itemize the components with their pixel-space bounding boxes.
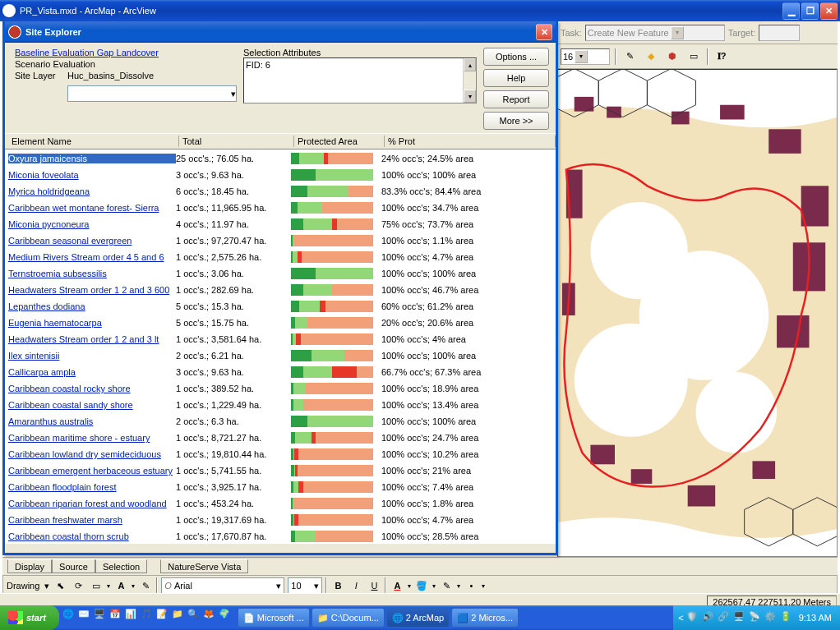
element-link[interactable]: Caribbean maritime shore - estuary — [8, 433, 176, 443]
table-row[interactable]: Caribbean floodplain forest1 occ's.; 3,9… — [5, 479, 556, 495]
table-row[interactable]: Caribbean coastal sandy shore1 occ's.; 1… — [5, 397, 556, 413]
rectangle-tool-icon[interactable]: ▭ — [89, 578, 104, 593]
start-button[interactable]: start — [0, 605, 59, 630]
table-row[interactable]: Headwaters Stream order 1 2 and 3 lt1 oc… — [5, 331, 556, 347]
col-element-name[interactable]: Element Name — [8, 136, 179, 147]
font-color-button[interactable]: A — [390, 578, 404, 593]
chevron-down-icon[interactable]: ▾ — [44, 581, 49, 591]
element-link[interactable]: Caribbean coastal thorn scrub — [8, 531, 176, 541]
table-row[interactable]: Miconia foveolata3 occ's.; 9.63 ha.100% … — [5, 167, 556, 183]
report-button[interactable]: Report — [483, 90, 549, 108]
element-link[interactable]: Caribbean lowland dry semideciduous — [8, 449, 176, 459]
quick-launch-icon[interactable]: 📊 — [125, 609, 140, 627]
table-row[interactable]: Miconia pycnoneura4 occ's.; 11.97 ha.75%… — [5, 216, 556, 232]
grid-body[interactable]: Oxyura jamaicensis25 occ's.; 76.05 ha.24… — [5, 149, 556, 544]
element-link[interactable]: Lepanthes dodiana — [8, 301, 176, 311]
italic-button[interactable]: I — [348, 578, 363, 593]
dialog-close-button[interactable]: ✕ — [536, 24, 552, 40]
table-row[interactable]: Ilex sintenisii2 occ's.; 6.21 ha.100% oc… — [5, 347, 556, 364]
table-row[interactable]: Medium Rivers Stream order 4 5 and 61 oc… — [5, 249, 556, 265]
tab-natureserve-vista[interactable]: NatureServe Vista — [160, 559, 248, 573]
element-link[interactable]: Miconia pycnoneura — [8, 219, 176, 229]
quick-launch-icon[interactable]: 🌐 — [62, 609, 77, 627]
quick-launch-icon[interactable]: 🌍 — [219, 609, 233, 627]
tray-icon[interactable]: 🔗 — [718, 611, 731, 624]
underline-button[interactable]: U — [367, 578, 381, 593]
font-size-combo[interactable]: 10 ▾ — [288, 577, 322, 594]
tray-chevron-icon[interactable]: < — [678, 613, 683, 623]
marker-color-button[interactable]: • — [464, 578, 478, 593]
col-protected-area[interactable]: Protected Area — [294, 136, 385, 147]
element-link[interactable]: Ilex sintenisii — [8, 351, 176, 361]
table-row[interactable]: Caribbean seasonal evergreen1 occ's.; 97… — [5, 232, 556, 249]
col-percent-prot[interactable]: % Prot — [385, 136, 556, 147]
tray-icon[interactable]: 🖥️ — [733, 611, 746, 624]
catalog-icon[interactable]: ◆ — [643, 48, 659, 65]
font-combo[interactable]: O Arial ▾ — [161, 577, 284, 594]
scroll-down-icon[interactable]: ▾ — [464, 90, 476, 103]
element-link[interactable]: Caribbean wet montane forest- Sierra — [8, 203, 176, 213]
element-link[interactable]: Callicarpa ampla — [8, 367, 176, 377]
tab-source[interactable]: Source — [52, 559, 95, 573]
chevron-down-icon[interactable]: ▾ — [671, 26, 684, 39]
table-row[interactable]: Callicarpa ampla3 occ's.; 9.63 ha.66.7% … — [5, 364, 556, 380]
element-link[interactable]: Amaranthus australis — [8, 416, 176, 426]
more-button[interactable]: More >> — [483, 112, 549, 130]
element-link[interactable]: Eugenia haematocarpa — [8, 318, 176, 328]
clock[interactable]: 9:13 AM — [796, 613, 835, 623]
dialog-titlebar[interactable]: Site Explorer ✕ — [5, 21, 556, 43]
table-row[interactable]: Headwaters Stream order 1 2 and 3 6001 o… — [5, 282, 556, 298]
table-row[interactable]: Caribbean freshwater marsh1 occ's.; 19,3… — [5, 512, 556, 528]
map-canvas[interactable] — [557, 69, 838, 557]
window-icon[interactable]: ▭ — [685, 48, 702, 65]
taskbar-item[interactable]: 📁C:\Docum... — [312, 608, 385, 628]
taskbar-item[interactable]: 🌐2 ArcMap — [386, 608, 450, 628]
element-link[interactable]: Medium Rivers Stream order 4 5 and 6 — [8, 252, 176, 262]
task-combo[interactable]: Create New Feature ▾ — [585, 25, 725, 41]
textarea-scrollbar[interactable]: ▴ ▾ — [463, 58, 476, 103]
taskbar-item[interactable]: 📄Microsoft ... — [238, 608, 310, 628]
fill-color-button[interactable]: 🪣 — [414, 578, 429, 593]
bold-button[interactable]: B — [330, 578, 345, 593]
chevron-down-icon[interactable]: ▾ — [482, 582, 485, 590]
chevron-down-icon[interactable]: ▾ — [231, 89, 236, 99]
help-button[interactable]: Help — [483, 69, 549, 87]
element-link[interactable]: Caribbean coastal sandy shore — [8, 400, 176, 410]
element-link[interactable]: Caribbean freshwater marsh — [8, 515, 176, 525]
chevron-down-icon[interactable]: ▾ — [408, 582, 411, 590]
element-link[interactable]: Oxyura jamaicensis — [8, 154, 176, 163]
minimize-button[interactable]: ▁ — [782, 2, 800, 20]
size-combo[interactable]: 16 ▾ — [561, 48, 610, 65]
chevron-down-icon[interactable]: ▾ — [457, 582, 460, 590]
chevron-down-icon[interactable]: ▾ — [575, 50, 588, 63]
rotate-icon[interactable]: ⟳ — [71, 578, 85, 593]
editor-tool-icon[interactable]: ✎ — [621, 48, 638, 65]
tray-icon[interactable]: ⚙️ — [764, 611, 778, 624]
table-row[interactable]: Caribbean lowland dry semideciduous1 occ… — [5, 446, 556, 462]
taskbar-item[interactable]: 🟦2 Micros... — [451, 608, 519, 628]
element-link[interactable]: Headwaters Stream order 1 2 and 3 600 — [8, 285, 176, 295]
element-link[interactable]: Ternstroemia subsessilis — [8, 269, 176, 278]
chevron-down-icon[interactable]: ▾ — [276, 581, 281, 591]
text-tool-icon[interactable]: A — [113, 578, 128, 593]
table-row[interactable]: Caribbean riparian forest and woodland1 … — [5, 495, 556, 512]
tray-icon[interactable]: 🔋 — [780, 611, 793, 624]
table-row[interactable]: Myrica holdridgeana6 occ's.; 18.45 ha.83… — [5, 183, 556, 200]
restore-button[interactable]: ❐ — [801, 2, 819, 20]
table-row[interactable]: Amaranthus australis2 occ's.; 6.3 ha.100… — [5, 413, 556, 430]
col-total[interactable]: Total — [179, 136, 294, 147]
table-row[interactable]: Caribbean wet montane forest- Sierra1 oc… — [5, 200, 556, 216]
help-icon[interactable]: 𝐈? — [713, 48, 730, 65]
table-row[interactable]: Eugenia haematocarpa5 occ's.; 15.75 ha.2… — [5, 315, 556, 331]
chevron-down-icon[interactable]: ▾ — [132, 582, 135, 590]
quick-launch-icon[interactable]: 🦊 — [203, 609, 218, 627]
element-link[interactable]: Caribbean coastal rocky shore — [8, 384, 176, 393]
table-row[interactable]: Oxyura jamaicensis25 occ's.; 76.05 ha.24… — [5, 150, 556, 167]
element-link[interactable]: Caribbean emergent herbaceous estuary — [8, 466, 176, 476]
element-link[interactable]: Caribbean seasonal evergreen — [8, 236, 176, 246]
target-combo[interactable] — [759, 25, 800, 41]
chevron-down-icon[interactable]: ▾ — [107, 582, 110, 590]
table-row[interactable]: Caribbean coastal thorn scrub1 occ's.; 1… — [5, 528, 556, 544]
options-button[interactable]: Options ... — [483, 48, 549, 66]
table-row[interactable]: Ternstroemia subsessilis1 occ's.; 3.06 h… — [5, 265, 556, 282]
